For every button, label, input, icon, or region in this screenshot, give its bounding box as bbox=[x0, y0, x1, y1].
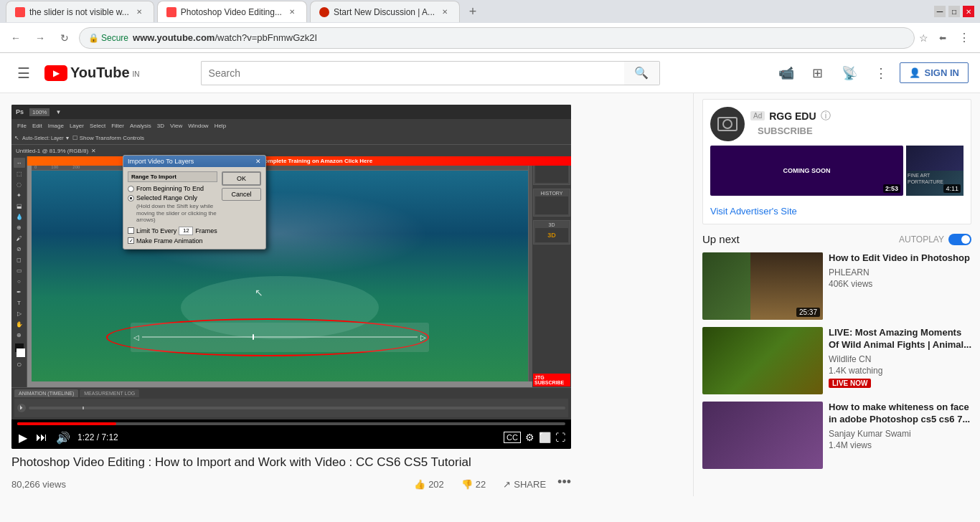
tool-spot[interactable]: ⊕ bbox=[14, 222, 25, 232]
menu-image[interactable]: Image bbox=[45, 123, 67, 129]
progress-bar[interactable] bbox=[17, 422, 565, 425]
radio-beginning[interactable] bbox=[128, 186, 134, 192]
menu-edit[interactable]: Edit bbox=[29, 123, 45, 129]
tool-move[interactable]: ↔ bbox=[14, 158, 25, 168]
video-player[interactable]: Ps 100% ▼ File Edit Image Layer Select F… bbox=[11, 105, 571, 449]
close-button[interactable]: ✕ bbox=[963, 6, 974, 17]
browser-tab-3[interactable]: Start New Discussion | A... ✕ bbox=[310, 1, 460, 22]
extensions-button[interactable]: ⬅ bbox=[933, 28, 953, 48]
mask-mode[interactable]: ○ bbox=[17, 359, 22, 369]
youtube-logo[interactable]: YouTube IN bbox=[44, 65, 140, 81]
cc-button[interactable]: CC bbox=[504, 432, 521, 443]
video-card-2[interactable]: LIVE: Most Amazing Moments Of Wild Anima… bbox=[702, 327, 971, 394]
info-icon[interactable]: ⓘ bbox=[821, 110, 831, 123]
tab1-close[interactable]: ✕ bbox=[133, 6, 145, 18]
option-beginning[interactable]: From Beginning To End bbox=[128, 185, 217, 192]
apps-grid-button[interactable]: ⊞ bbox=[805, 60, 831, 86]
fullscreen-button[interactable]: ⛶ bbox=[555, 432, 565, 443]
checkbox-animation[interactable]: ✓ bbox=[128, 237, 134, 244]
tool-text[interactable]: T bbox=[14, 298, 25, 308]
tool-zoom[interactable]: ⊕ bbox=[14, 330, 25, 340]
ps-left-toolbar: ↔ ⬚ ◌ ✦ ⬓ 💧 ⊕ 🖌 ⊘ ◻ ▭ ○ ✒ bbox=[11, 156, 27, 387]
search-button[interactable]: 🔍 bbox=[624, 61, 660, 85]
tool-pen[interactable]: ✒ bbox=[14, 287, 25, 297]
tool-select[interactable]: ⬚ bbox=[14, 169, 25, 179]
coming-soon-thumb[interactable]: COMING SOON 2:53 bbox=[710, 146, 903, 196]
tool-dodge[interactable]: ○ bbox=[14, 276, 25, 286]
ad-name-row: Ad RGG EDU ⓘ bbox=[750, 110, 831, 123]
refresh-button[interactable]: ↻ bbox=[55, 28, 75, 48]
settings-button[interactable]: ⚙ bbox=[525, 432, 534, 443]
option-help-text: (Hold down the Shift key while moving th… bbox=[136, 203, 217, 224]
video-card-1[interactable]: 25:37 How to Edit Video in Photoshop PHL… bbox=[702, 252, 971, 320]
browser-tab-2[interactable]: Photoshop Video Editing... ✕ bbox=[157, 1, 307, 22]
hamburger-menu[interactable]: ☰ bbox=[11, 59, 36, 87]
tool-lasso[interactable]: ◌ bbox=[14, 179, 25, 189]
upload-video-button[interactable]: 📹 bbox=[773, 60, 799, 86]
menu-help[interactable]: Help bbox=[212, 123, 229, 129]
dislike-button[interactable]: 👎 22 bbox=[456, 475, 491, 494]
menu-3d[interactable]: 3D bbox=[154, 123, 167, 129]
tl-btn-1[interactable]: ⏵ bbox=[17, 404, 26, 412]
more-actions-button[interactable]: ••• bbox=[557, 475, 571, 494]
tool-path[interactable]: ▷ bbox=[14, 308, 25, 318]
cast-button[interactable]: 📡 bbox=[837, 60, 862, 86]
mute-button[interactable]: 🔊 bbox=[55, 430, 72, 446]
more-options-button[interactable]: ⋮ bbox=[868, 60, 894, 86]
limit-value-input[interactable] bbox=[179, 227, 193, 235]
tab2-close[interactable]: ✕ bbox=[286, 6, 298, 18]
portrait-top-thumb[interactable]: 0:50 bbox=[906, 146, 963, 171]
ok-button[interactable]: OK bbox=[222, 171, 261, 186]
new-tab-button[interactable]: + bbox=[463, 1, 483, 22]
like-button[interactable]: 👍 202 bbox=[408, 475, 450, 494]
radio-selected[interactable] bbox=[128, 195, 134, 201]
tool-gradient[interactable]: ▭ bbox=[14, 265, 25, 275]
option-selected[interactable]: Selected Range Only bbox=[128, 194, 217, 201]
checkbox-limit[interactable] bbox=[128, 227, 134, 234]
tool-brush[interactable]: 🖌 bbox=[14, 233, 25, 243]
tool-clone[interactable]: ⊘ bbox=[14, 244, 25, 254]
video-card-3[interactable]: How to make whiteness on face in adobe P… bbox=[702, 402, 971, 469]
play-button[interactable]: ▶ bbox=[17, 430, 29, 446]
menu-window[interactable]: Window bbox=[185, 123, 211, 129]
timeline-tab-measurement[interactable]: MEASUREMENT LOG bbox=[80, 389, 139, 397]
thumbs-down-icon: 👎 bbox=[461, 479, 473, 490]
back-button[interactable]: ← bbox=[6, 28, 26, 48]
skip-button[interactable]: ⏭ bbox=[34, 430, 49, 445]
menu-filter[interactable]: Filter bbox=[108, 123, 127, 129]
autoplay-toggle[interactable] bbox=[948, 234, 971, 245]
ps-canvas-image: ↖ ◁ ▷ bbox=[32, 171, 528, 381]
miniplayer-button[interactable]: ⬜ bbox=[539, 432, 551, 443]
timeline-tab-animation[interactable]: ANIMATION (TIMELINE) bbox=[14, 389, 78, 397]
tool-crop[interactable]: ⬓ bbox=[14, 201, 25, 211]
url-bar[interactable]: 🔒 Secure www.youtube.com/watch?v=pbFnmwG… bbox=[79, 27, 915, 49]
menu-view[interactable]: View bbox=[167, 123, 185, 129]
tool-hand[interactable]: ✋ bbox=[14, 319, 25, 329]
minimize-button[interactable]: ─ bbox=[934, 6, 946, 17]
visit-advertiser-link[interactable]: Visit Advertiser's Site bbox=[710, 206, 963, 217]
tool-eyedropper[interactable]: 💧 bbox=[14, 212, 25, 222]
maximize-button[interactable]: □ bbox=[948, 6, 960, 17]
ps-timeline: ANIMATION (TIMELINE) MEASUREMENT LOG ⏵ bbox=[11, 387, 571, 419]
menu-select[interactable]: Select bbox=[87, 123, 108, 129]
menu-analysis[interactable]: Analysis bbox=[127, 123, 154, 129]
share-button[interactable]: ↗ SHARE bbox=[497, 475, 552, 494]
search-input[interactable] bbox=[201, 61, 624, 85]
browser-tab-1[interactable]: the slider is not visible w... ✕ bbox=[6, 1, 154, 22]
menu-file[interactable]: File bbox=[14, 123, 29, 129]
tool-erase[interactable]: ◻ bbox=[14, 255, 25, 265]
background-color[interactable] bbox=[17, 348, 25, 357]
dialog-close-btn[interactable]: ✕ bbox=[255, 158, 261, 165]
sign-in-button[interactable]: 👤 SIGN IN bbox=[900, 62, 969, 83]
forward-button[interactable]: → bbox=[30, 28, 50, 48]
limit-label: Limit To Every bbox=[136, 227, 176, 234]
menu-layer[interactable]: Layer bbox=[67, 123, 87, 129]
dialog-title: Import Video To Layers bbox=[128, 158, 194, 165]
tool-wand[interactable]: ✦ bbox=[14, 190, 25, 200]
bookmark-button[interactable]: ☆ bbox=[919, 32, 928, 44]
subscribe-button[interactable]: SUBSCRIBE bbox=[750, 123, 820, 139]
cancel-button[interactable]: Cancel bbox=[222, 188, 261, 201]
portrait-bottom-thumb[interactable]: FINE ART PORTRAITURE 4:11 bbox=[906, 171, 963, 196]
menu-button[interactable]: ⋮ bbox=[954, 28, 974, 48]
tab3-close[interactable]: ✕ bbox=[439, 6, 451, 18]
